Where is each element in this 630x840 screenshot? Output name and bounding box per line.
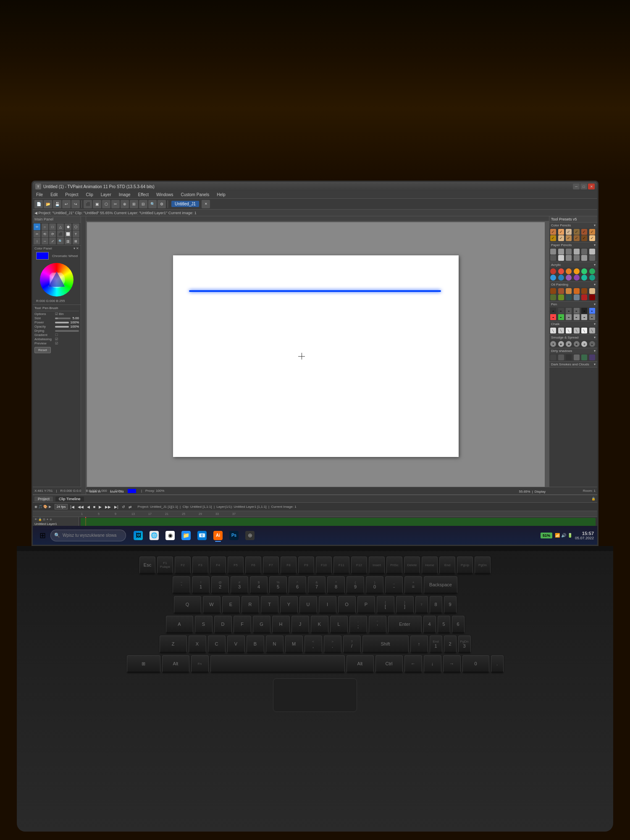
preset-icon[interactable] (558, 275, 564, 281)
key-insert[interactable]: Insert (369, 556, 385, 574)
preset-icon[interactable] (550, 294, 556, 300)
preset-icon[interactable] (550, 249, 556, 255)
key-o[interactable]: O (338, 596, 356, 614)
preset-icon[interactable] (589, 354, 595, 360)
tool-zoom[interactable]: 🔍 (57, 238, 64, 244)
preset-icon[interactable]: ✒ (566, 314, 572, 320)
tool-b8[interactable]: 🔍 (148, 200, 157, 208)
tb-app-photo[interactable]: 🖼 (131, 528, 145, 543)
preset-icon[interactable] (550, 255, 556, 261)
key-8[interactable]: *8 (327, 576, 345, 594)
key-d[interactable]: D (214, 616, 232, 633)
key-space[interactable] (210, 655, 345, 673)
preset-icon[interactable]: ✒ (558, 308, 564, 314)
tl-next[interactable]: ▶▶ (104, 504, 112, 509)
tool-text[interactable]: T (73, 231, 79, 237)
key-6[interactable]: ^6 (289, 576, 306, 594)
preset-icon[interactable] (566, 255, 572, 261)
tb-app-other[interactable]: ⊕ (243, 528, 257, 543)
key-esc[interactable]: Esc (139, 556, 155, 574)
acrylic-header[interactable]: Acrylic ▾ (549, 262, 597, 268)
tool-tri[interactable]: △ (57, 223, 64, 230)
key-k[interactable]: K (311, 616, 328, 633)
key-5n[interactable]: 5 (438, 616, 450, 633)
key-f11[interactable]: F11 (333, 556, 349, 574)
key-lbracket[interactable]: {[ (377, 596, 394, 614)
tool-b3[interactable]: ⬡ (102, 200, 110, 208)
preset-icon[interactable] (581, 288, 587, 294)
preset-icon[interactable] (574, 249, 580, 255)
key-4[interactable]: $4 (250, 576, 268, 594)
preset-icon[interactable]: ╲ (566, 328, 572, 333)
preset-icon[interactable]: ╲ (550, 328, 556, 333)
tb-app-chrome[interactable]: ◉ (163, 528, 177, 543)
preset-icon[interactable] (589, 275, 595, 281)
power-bar[interactable] (55, 322, 69, 323)
key-1n[interactable]: End1 (430, 635, 442, 653)
key-g[interactable]: G (253, 616, 270, 633)
preset-icon[interactable]: 🖊 (550, 229, 556, 235)
preset-icon[interactable] (558, 255, 564, 261)
pen-header[interactable]: Pen ▾ (549, 302, 597, 307)
options-checkbox[interactable]: ☑ Bin (55, 312, 64, 316)
tool-fill[interactable]: ⬟ (65, 223, 71, 230)
key-9n[interactable]: 9 (444, 596, 457, 614)
tool-b5[interactable]: ⊕ (121, 200, 129, 208)
key-rbracket[interactable]: }] (396, 596, 414, 614)
key-5[interactable]: %5 (269, 576, 287, 594)
key-3n[interactable]: PgDn3 (458, 635, 471, 653)
tool-b2[interactable]: ▣ (93, 200, 101, 208)
key-down[interactable]: ↓ (424, 655, 441, 673)
preset-icon[interactable]: ✒ (581, 314, 587, 320)
key-1[interactable]: !1 (192, 576, 210, 594)
clip-name-box[interactable]: Untitled_J1 (171, 201, 199, 207)
tool-x[interactable]: ✕ (202, 200, 210, 208)
key-slash[interactable]: ?/ (343, 635, 361, 653)
preset-icon[interactable] (558, 288, 564, 294)
preset-icon[interactable] (550, 288, 556, 294)
key-p[interactable]: P (357, 596, 375, 614)
tl-play[interactable]: ▶ (98, 504, 102, 509)
key-h[interactable]: H (272, 616, 290, 633)
preset-icon[interactable]: ✒ (558, 314, 564, 320)
preset-icon[interactable] (558, 268, 564, 274)
key-right[interactable]: → (443, 655, 461, 673)
preset-icon[interactable] (574, 354, 580, 360)
key-n[interactable]: N (266, 635, 284, 653)
key-equals[interactable]: += (404, 576, 422, 594)
tl-prev-first[interactable]: |◀ (69, 504, 75, 509)
key-minus[interactable]: _- (385, 576, 403, 594)
tl-next-last[interactable]: ▶| (113, 504, 119, 509)
menu-custom-panels[interactable]: Custom Panels (179, 192, 211, 197)
menu-windows[interactable]: Windows (155, 192, 175, 197)
preset-icon[interactable]: 🖊 (574, 235, 580, 241)
preset-icon[interactable]: ✒ (581, 308, 587, 314)
key-enter[interactable]: Enter (388, 616, 422, 633)
preview-checkbox[interactable]: ☑ (55, 341, 58, 345)
preset-icon[interactable] (558, 294, 564, 300)
timeline-clip-bar[interactable] (81, 518, 596, 526)
preset-icon[interactable] (550, 275, 556, 281)
oil-header[interactable]: Oil Painting ▾ (549, 282, 597, 287)
key-v[interactable]: V (227, 635, 245, 653)
key-f12[interactable]: F12 (351, 556, 367, 574)
key-9[interactable]: (9 (346, 576, 364, 594)
key-comma[interactable]: <, (304, 635, 322, 653)
preset-icon[interactable]: ● (550, 341, 556, 347)
touchpad[interactable] (273, 678, 357, 712)
preset-icon[interactable] (581, 255, 587, 261)
tool-redo[interactable]: ↪ (71, 200, 80, 208)
preset-icon[interactable]: ✒ (566, 308, 572, 314)
key-fn-l[interactable]: Fn (191, 655, 209, 673)
tb-app-browser[interactable]: 🌐 (147, 528, 161, 543)
close-btn[interactable]: ✕ (588, 184, 595, 189)
preset-icon[interactable] (574, 294, 580, 300)
preset-icon[interactable]: ✒ (574, 314, 580, 320)
smudge-header[interactable]: Smudge & Spread ▾ (549, 335, 597, 340)
key-f8[interactable]: F8 (281, 556, 297, 574)
menu-image[interactable]: Image (117, 192, 132, 197)
tool-rect[interactable]: □ (49, 223, 56, 230)
tool-move-v[interactable]: ↕ (34, 238, 40, 244)
tl-prev[interactable]: ◀◀ (77, 504, 84, 509)
display-btn[interactable]: Display (535, 490, 546, 494)
